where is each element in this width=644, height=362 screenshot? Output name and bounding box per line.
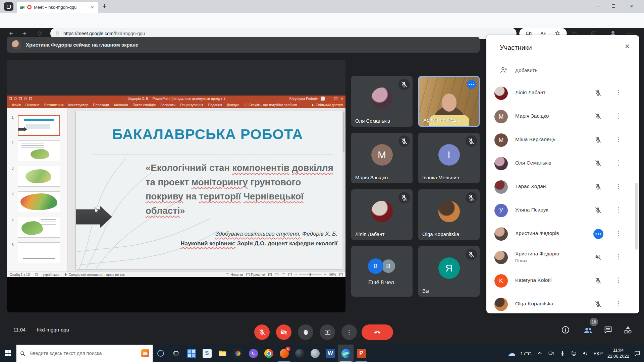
fit-slide-icon[interactable]: [339, 273, 343, 276]
participant-menu-icon[interactable]: ⋮: [615, 135, 622, 143]
zoom-slider[interactable]: −+: [295, 273, 326, 277]
tab-close-icon[interactable]: ✕: [89, 4, 96, 10]
video-tile[interactable]: ЯВы: [418, 246, 480, 297]
slide-thumbnail-3[interactable]: [18, 166, 60, 187]
slide-thumbnail-4[interactable]: [18, 191, 60, 212]
pp-minimize-icon[interactable]: —: [328, 97, 331, 101]
back-icon[interactable]: [7, 29, 15, 38]
participant-menu-icon[interactable]: ⋮: [615, 159, 622, 167]
participant-menu-icon[interactable]: ⋮: [615, 300, 622, 307]
ribbon-tab-5[interactable]: Анімація: [111, 102, 130, 108]
ribbon-tab-4[interactable]: Переходи: [91, 102, 111, 108]
share-button[interactable]: Спільний доступ: [311, 103, 343, 107]
tray-chevron-icon[interactable]: [536, 350, 543, 357]
tray-mic-icon[interactable]: [559, 350, 566, 357]
search-highlight-icon[interactable]: [141, 349, 149, 357]
pp-close-icon[interactable]: ✕: [340, 97, 343, 101]
ribbon-tab-9[interactable]: Подання: [206, 102, 224, 108]
taskbar-browser-orange[interactable]: 6: [276, 345, 292, 362]
tray-camera-icon[interactable]: [548, 350, 554, 357]
ribbon-tab-6[interactable]: Показ слайдів: [130, 102, 158, 108]
slideshow-view-icon[interactable]: [288, 273, 292, 276]
cortana-button[interactable]: [153, 345, 168, 362]
taskbar-word[interactable]: W: [323, 345, 338, 362]
taskbar-app-blue-tiles[interactable]: [184, 345, 199, 362]
taskbar-search[interactable]: [16, 345, 153, 362]
speaking-more-icon[interactable]: [594, 230, 602, 238]
ribbon-tab-3[interactable]: Конструктор: [66, 102, 91, 108]
raise-hand-button[interactable]: [298, 324, 313, 340]
tray-network-icon[interactable]: [571, 350, 577, 357]
ribbon-tab-2[interactable]: Вставлення: [42, 102, 66, 108]
slide-thumbnail-2[interactable]: [18, 140, 60, 161]
spellcheck-icon[interactable]: [35, 273, 38, 277]
chat-icon[interactable]: [603, 325, 613, 335]
participant-menu-icon[interactable]: ⋮: [615, 112, 622, 120]
weather-icon[interactable]: ☁: [507, 350, 516, 357]
ribbon-tab-file[interactable]: Файл: [10, 102, 23, 108]
slide-thumbnail-1[interactable]: [18, 115, 60, 136]
participant-menu-icon[interactable]: ⋮: [615, 276, 622, 284]
screenshare-tile[interactable]: Федорів Х. Б. - PowerPoint (не вдалося а…: [7, 60, 345, 312]
taskbar-chrome[interactable]: [261, 345, 276, 362]
new-tab-button[interactable]: +: [102, 2, 107, 11]
tell-me-box[interactable]: Скажіть, що потрібно зробити: [245, 103, 297, 107]
panel-close-icon[interactable]: ✕: [625, 43, 630, 50]
mic-off-icon[interactable]: [594, 160, 602, 168]
comments-toggle[interactable]: Примітки: [246, 273, 265, 277]
taskbar-file-explorer[interactable]: [215, 345, 230, 362]
slide-sorter-view-icon[interactable]: [275, 273, 278, 276]
taskbar-powerpoint[interactable]: P: [354, 345, 369, 362]
panel-scrollbar[interactable]: [635, 183, 638, 250]
browser-tab[interactable]: Meet – hkd-mgqn-qqu ✕: [17, 2, 98, 13]
window-maximize-button[interactable]: [606, 0, 621, 12]
taskbar-app-light[interactable]: S: [199, 345, 215, 362]
tray-volume-icon[interactable]: [582, 350, 589, 357]
mic-off-icon[interactable]: [594, 183, 602, 191]
search-input[interactable]: [29, 350, 138, 356]
workspaces-icon[interactable]: [4, 2, 13, 11]
notification-center-icon[interactable]: [634, 350, 641, 357]
participant-menu-icon[interactable]: ⋮: [615, 206, 622, 214]
slide-thumbnail-panel[interactable]: 1 2 3 4 5 6: [7, 108, 67, 272]
window-minimize-button[interactable]: [590, 0, 606, 12]
notes-toggle[interactable]: Нотатки: [226, 273, 243, 277]
mic-off-icon[interactable]: [594, 300, 602, 308]
task-view-button[interactable]: [168, 345, 184, 362]
video-tile[interactable]: Olga Kopanitska: [418, 189, 480, 240]
taskbar-edge[interactable]: [338, 345, 354, 362]
mic-off-icon[interactable]: [594, 277, 602, 285]
video-tile[interactable]: IІванка Мельнич...: [418, 133, 480, 183]
sound-off-icon[interactable]: [594, 253, 602, 261]
slide-thumbnail-5[interactable]: [18, 217, 60, 238]
ribbon-tab-8[interactable]: Рецензування: [178, 102, 205, 108]
camera-toggle-button[interactable]: [276, 324, 291, 340]
activities-icon[interactable]: [623, 325, 633, 335]
mic-off-icon[interactable]: [594, 89, 602, 97]
participant-menu-icon[interactable]: ⋮: [615, 253, 622, 260]
participant-menu-icon[interactable]: ⋮: [615, 88, 622, 96]
present-button[interactable]: [320, 324, 335, 340]
temperature[interactable]: 17°C: [520, 351, 532, 356]
mic-off-icon[interactable]: [594, 113, 602, 121]
video-tile[interactable]: Лілія Лабант: [351, 189, 413, 240]
mic-off-icon[interactable]: [594, 136, 602, 144]
taskbar-app-gray-sphere[interactable]: [307, 345, 323, 362]
video-tile[interactable]: Христина Фед...: [418, 76, 480, 127]
video-tile[interactable]: MМарія Засідко: [351, 133, 413, 183]
accessibility-status[interactable]: Спеціальні можливості: щось не так: [64, 273, 125, 277]
refresh-icon[interactable]: [36, 29, 44, 38]
meeting-details-icon[interactable]: [561, 325, 571, 335]
people-icon[interactable]: [583, 325, 593, 335]
mic-toggle-button[interactable]: [254, 324, 270, 340]
taskbar-clock[interactable]: 11:0422.06.2022: [607, 347, 629, 359]
keyboard-language[interactable]: УКР: [593, 351, 603, 356]
forward-icon[interactable]: [21, 29, 29, 38]
taskbar-photos-app[interactable]: [230, 345, 246, 362]
ribbon-tab-1[interactable]: Основне: [23, 102, 42, 108]
taskbar-viber[interactable]: [246, 345, 261, 362]
video-tile[interactable]: Оля Семаньків: [351, 76, 413, 127]
ribbon-tab-7[interactable]: Записати: [158, 102, 178, 108]
reading-view-icon[interactable]: [282, 273, 285, 276]
add-people-button[interactable]: Добавить: [500, 66, 537, 74]
